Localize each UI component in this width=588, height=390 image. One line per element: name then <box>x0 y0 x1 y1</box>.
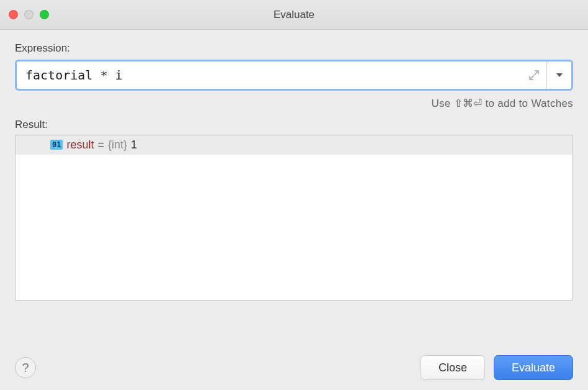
help-icon: ? <box>22 361 29 375</box>
close-window-button[interactable] <box>9 10 18 19</box>
close-button[interactable]: Close <box>421 355 485 380</box>
add-watches-hint: Use ⇧⌘⏎ to add to Watches <box>15 97 573 110</box>
equals-sign: = <box>97 138 104 152</box>
content: Expression: Use ⇧⌘⏎ to add to Watches Re… <box>0 30 588 312</box>
minimize-window-button <box>24 10 33 19</box>
variable-type: {int} <box>108 138 127 152</box>
expression-input[interactable] <box>17 61 522 89</box>
zoom-window-button[interactable] <box>40 10 49 19</box>
history-dropdown-button[interactable] <box>546 61 571 89</box>
window-title: Evaluate <box>274 9 314 21</box>
expression-field-row <box>15 60 573 91</box>
expression-label: Expression: <box>15 42 573 55</box>
chevron-down-icon <box>555 71 564 79</box>
variable-value: 1 <box>131 138 137 152</box>
result-panel[interactable]: 01 result = {int} 1 <box>15 135 573 301</box>
expand-button[interactable] <box>522 61 546 89</box>
help-button[interactable]: ? <box>15 357 36 378</box>
type-badge: 01 <box>50 140 63 150</box>
variable-name: result <box>66 138 94 152</box>
traffic-lights <box>0 10 49 19</box>
result-row[interactable]: 01 result = {int} 1 <box>16 135 572 155</box>
expand-icon <box>528 70 540 81</box>
footer: ? Close Evaluate <box>15 355 573 380</box>
footer-buttons: Close Evaluate <box>421 355 573 380</box>
result-label: Result: <box>15 119 573 131</box>
evaluate-button[interactable]: Evaluate <box>494 355 573 380</box>
titlebar: Evaluate <box>0 0 588 30</box>
